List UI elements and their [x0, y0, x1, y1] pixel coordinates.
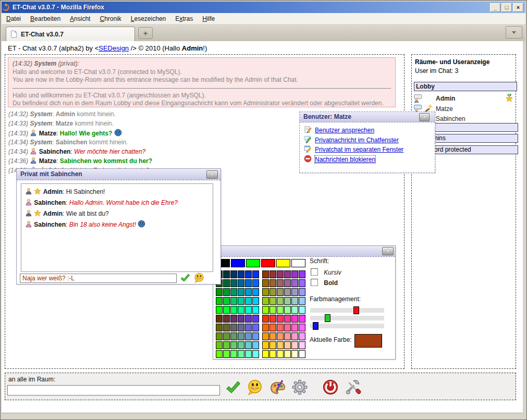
- color-swatch[interactable]: [291, 297, 298, 305]
- italic-checkbox[interactable]: [311, 268, 318, 276]
- color-swatch[interactable]: [277, 332, 284, 340]
- close-icon[interactable]: ×: [419, 113, 430, 121]
- color-swatch[interactable]: [231, 259, 245, 267]
- menu-chronik[interactable]: Chronik: [95, 14, 126, 24]
- room-header-lobby[interactable]: Lobby: [414, 82, 517, 91]
- color-swatch[interactable]: [262, 324, 269, 331]
- color-swatch[interactable]: [245, 341, 252, 349]
- color-swatch[interactable]: [238, 332, 244, 340]
- color-swatch[interactable]: [277, 279, 284, 287]
- color-swatch[interactable]: [252, 341, 259, 349]
- color-swatch[interactable]: [252, 288, 259, 296]
- color-window-titlebar[interactable]: ×: [213, 246, 395, 257]
- color-swatch[interactable]: [284, 324, 291, 331]
- gear-button[interactable]: [292, 379, 308, 395]
- color-swatch[interactable]: [269, 297, 276, 305]
- maximize-button[interactable]: □: [501, 3, 512, 12]
- color-swatch[interactable]: [269, 279, 276, 287]
- color-swatch[interactable]: [216, 324, 223, 331]
- color-swatch[interactable]: [245, 306, 252, 314]
- send-button[interactable]: [180, 273, 191, 283]
- color-swatch[interactable]: [277, 288, 284, 296]
- color-swatch[interactable]: [299, 350, 305, 358]
- color-swatch[interactable]: [216, 350, 223, 358]
- color-swatch[interactable]: [291, 259, 305, 267]
- color-swatch[interactable]: [299, 297, 305, 305]
- color-swatch[interactable]: [261, 259, 275, 267]
- color-swatch[interactable]: [230, 297, 237, 305]
- color-swatch[interactable]: [252, 350, 259, 358]
- color-swatch[interactable]: [238, 324, 244, 331]
- color-swatch[interactable]: [230, 288, 237, 296]
- color-swatch[interactable]: [216, 288, 223, 296]
- color-slider-track[interactable]: [310, 316, 384, 320]
- color-swatch[interactable]: [245, 315, 252, 323]
- color-swatch[interactable]: [245, 324, 252, 331]
- color-swatch[interactable]: [223, 324, 230, 331]
- color-swatch[interactable]: [216, 332, 223, 340]
- popup-action-pencil-window[interactable]: Privatchat im separaten Fenster: [304, 145, 403, 155]
- popup-action-pencil-bubble[interactable]: Privatnachricht im Chatfenster: [304, 135, 403, 145]
- color-swatch[interactable]: [230, 324, 237, 331]
- color-swatch[interactable]: [299, 332, 305, 340]
- color-swatch[interactable]: [230, 306, 237, 314]
- color-swatch[interactable]: [291, 288, 298, 296]
- color-swatch[interactable]: [230, 350, 237, 358]
- color-swatch[interactable]: [291, 279, 298, 287]
- color-swatch[interactable]: [284, 306, 291, 314]
- color-slider-track[interactable]: [310, 308, 384, 313]
- color-swatch[interactable]: [284, 341, 291, 349]
- color-swatch[interactable]: [262, 288, 269, 296]
- check-button[interactable]: [225, 379, 241, 395]
- user-popup-titlebar[interactable]: Benutzer: Matze ×: [300, 112, 435, 122]
- color-swatch[interactable]: [223, 306, 230, 314]
- color-swatch[interactable]: [245, 279, 252, 287]
- smiley-picker-button[interactable]: [194, 273, 205, 283]
- color-swatch[interactable]: [252, 315, 259, 323]
- color-swatch[interactable]: [238, 350, 244, 358]
- color-swatch[interactable]: [238, 341, 244, 349]
- color-swatch[interactable]: [262, 350, 269, 358]
- color-swatch[interactable]: [284, 279, 291, 287]
- color-swatch[interactable]: [252, 306, 259, 314]
- color-swatch[interactable]: [277, 306, 284, 314]
- private-message-input[interactable]: [20, 274, 177, 283]
- sedesign-link[interactable]: SEDesign: [99, 44, 129, 52]
- popup-action-pen-paper[interactable]: Benutzer ansprechen: [304, 126, 403, 135]
- color-swatch[interactable]: [246, 259, 260, 267]
- color-swatch[interactable]: [284, 270, 291, 278]
- color-swatch[interactable]: [299, 315, 305, 323]
- color-swatch[interactable]: [269, 315, 276, 323]
- color-swatch[interactable]: [238, 306, 244, 314]
- color-swatch[interactable]: [223, 297, 230, 305]
- color-swatch[interactable]: [238, 288, 244, 296]
- color-swatch[interactable]: [216, 341, 223, 349]
- menu-extras[interactable]: Extras: [170, 14, 198, 24]
- color-swatch[interactable]: [262, 315, 269, 323]
- tab-list-dropdown[interactable]: [506, 26, 522, 39]
- color-swatch[interactable]: [238, 297, 244, 305]
- color-swatch[interactable]: [230, 315, 237, 323]
- color-swatch[interactable]: [291, 341, 298, 349]
- color-swatch[interactable]: [252, 332, 259, 340]
- color-slider-handle[interactable]: [313, 322, 318, 330]
- color-swatch[interactable]: [262, 332, 269, 340]
- message-input[interactable]: [7, 385, 220, 396]
- color-swatch[interactable]: [277, 324, 284, 331]
- tools-button[interactable]: [346, 379, 361, 395]
- color-swatch[interactable]: [277, 315, 284, 323]
- tab-et-chat[interactable]: ET-Chat v3.0.7: [6, 27, 135, 41]
- color-swatch[interactable]: [223, 288, 230, 296]
- color-swatch[interactable]: [252, 297, 259, 305]
- color-swatch[interactable]: [262, 341, 269, 349]
- color-swatch[interactable]: [252, 324, 259, 331]
- color-swatch[interactable]: [230, 270, 237, 278]
- color-swatch[interactable]: [223, 270, 230, 278]
- color-swatch[interactable]: [245, 332, 252, 340]
- color-swatch[interactable]: [291, 270, 298, 278]
- color-swatch[interactable]: [230, 341, 237, 349]
- color-swatch[interactable]: [238, 270, 244, 278]
- color-swatch[interactable]: [299, 270, 305, 278]
- user-admin[interactable]: Admin: [413, 94, 515, 103]
- color-swatch[interactable]: [284, 297, 291, 305]
